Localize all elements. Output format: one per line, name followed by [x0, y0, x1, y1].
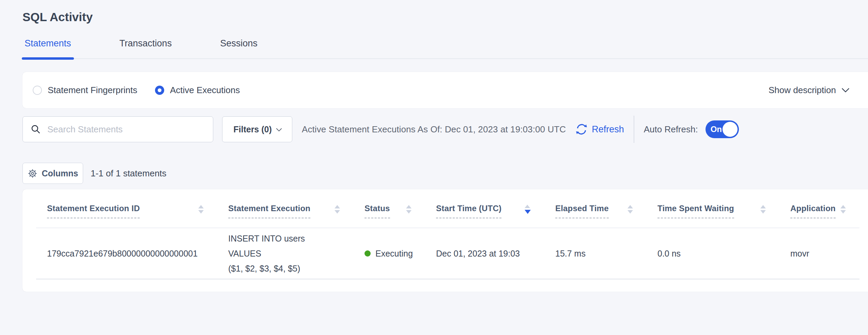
filters-label: Filters (0) — [233, 125, 272, 134]
table-row[interactable]: 179cca7921e679b80000000000000001 INSERT … — [36, 228, 859, 279]
view-mode-card: Statement Fingerprints Active Executions… — [22, 72, 868, 108]
radio-label: Statement Fingerprints — [48, 85, 137, 96]
filters-button[interactable]: Filters (0) — [222, 116, 292, 142]
column-header-application[interactable]: Application — [779, 189, 859, 228]
refresh-label: Refresh — [592, 124, 624, 135]
table-header-row: Statement Execution ID Statement Executi… — [36, 189, 859, 228]
result-count: 1-1 of 1 statements — [91, 168, 167, 179]
statements-table: Statement Execution ID Statement Executi… — [36, 189, 859, 279]
search-input[interactable] — [47, 124, 205, 135]
sort-icon[interactable] — [760, 205, 766, 214]
column-header-statement-execution-id[interactable]: Statement Execution ID — [36, 189, 217, 228]
sort-icon[interactable] — [627, 205, 633, 214]
page-title: SQL Activity — [22, 10, 868, 24]
sort-icon[interactable] — [840, 205, 846, 214]
refresh-link[interactable]: Refresh — [575, 122, 624, 136]
tab-statements[interactable]: Statements — [22, 38, 73, 58]
status-label: Executing — [375, 249, 413, 259]
radio-label: Active Executions — [170, 85, 240, 96]
sort-icon[interactable] — [335, 205, 340, 214]
columns-label: Columns — [42, 169, 78, 178]
sql-activity-page: SQL Activity Statements Transactions Ses… — [0, 0, 868, 292]
search-box[interactable] — [22, 116, 213, 142]
statements-table-card: Statement Execution ID Statement Executi… — [22, 189, 868, 292]
as-of-text: Active Statement Executions As Of: Dec 0… — [302, 124, 566, 135]
column-header-elapsed-time[interactable]: Elapsed Time — [544, 189, 647, 228]
vertical-divider — [634, 116, 634, 143]
radio-icon — [33, 86, 42, 95]
radio-statement-fingerprints[interactable]: Statement Fingerprints — [33, 85, 137, 96]
search-icon — [30, 124, 41, 135]
sort-icon[interactable] — [406, 205, 412, 214]
refresh-icon — [575, 122, 588, 136]
table-toolbar: Columns 1-1 of 1 statements — [22, 163, 868, 184]
cell-execution-id[interactable]: 179cca7921e679b80000000000000001 — [36, 228, 217, 279]
cell-start-time: Dec 01, 2023 at 19:03 — [425, 228, 544, 279]
show-description-label: Show description — [769, 85, 836, 96]
cell-status: Executing — [354, 228, 425, 279]
tab-sessions[interactable]: Sessions — [218, 38, 260, 58]
column-header-status[interactable]: Status — [354, 189, 425, 228]
radio-icon — [155, 86, 164, 95]
gear-icon — [28, 169, 37, 178]
columns-button[interactable]: Columns — [22, 163, 83, 184]
auto-refresh-toggle[interactable]: On — [706, 120, 739, 138]
column-header-start-time[interactable]: Start Time (UTC) — [425, 189, 544, 228]
chevron-down-icon — [842, 85, 850, 93]
column-header-statement-execution[interactable]: Statement Execution — [217, 189, 354, 228]
radio-active-executions[interactable]: Active Executions — [155, 85, 240, 96]
cell-statement[interactable]: INSERT INTO users VALUES ($1, $2, $3, $4… — [217, 228, 354, 279]
cell-time-spent-waiting: 0.0 ns — [647, 228, 779, 279]
sort-icon[interactable] — [525, 205, 531, 214]
cell-application: movr — [779, 228, 859, 279]
view-mode-radio-group: Statement Fingerprints Active Executions — [33, 85, 240, 96]
status-executing-dot — [365, 250, 371, 257]
cell-elapsed-time: 15.7 ms — [544, 228, 647, 279]
show-description-toggle[interactable]: Show description — [769, 85, 848, 96]
sort-icon[interactable] — [198, 205, 204, 214]
tab-bar: Statements Transactions Sessions — [22, 38, 868, 59]
tab-transactions[interactable]: Transactions — [118, 38, 174, 58]
controls-row: Filters (0) Active Statement Executions … — [22, 116, 868, 143]
chevron-down-icon — [276, 126, 282, 131]
toggle-state-label: On — [711, 125, 722, 134]
column-header-time-spent-waiting[interactable]: Time Spent Waiting — [647, 189, 779, 228]
toggle-knob — [723, 122, 738, 137]
auto-refresh-label: Auto Refresh: — [644, 124, 698, 135]
